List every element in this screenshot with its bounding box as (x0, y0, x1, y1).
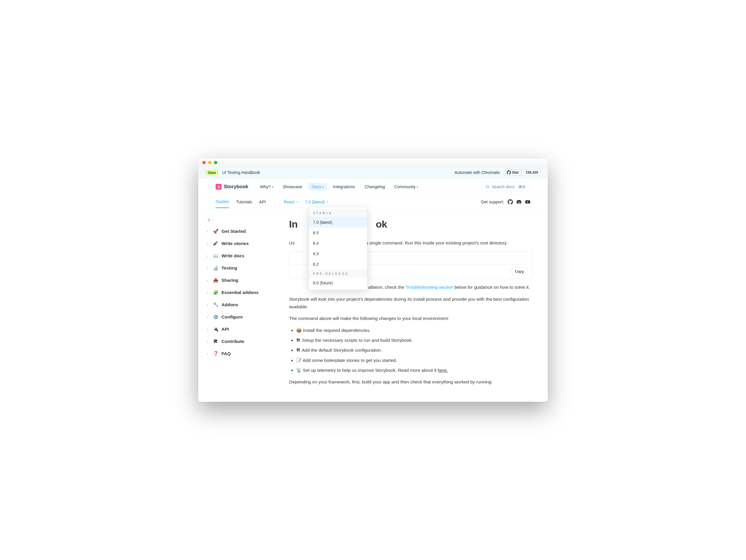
sidebar-item[interactable]: ›🚀Get Started (204, 225, 286, 237)
new-badge: New (205, 170, 219, 175)
sidebar-collapse-toggle[interactable] (205, 216, 213, 224)
expand-collapse-icon (207, 218, 211, 222)
sidebar-item-label: Addons (222, 302, 238, 307)
github-star-label: Star (512, 171, 519, 175)
storybook-logo-icon: S (216, 184, 222, 190)
github-icon[interactable] (508, 199, 513, 205)
version-selector[interactable]: 7.0 (latest)▾ (305, 200, 328, 204)
chromatic-link[interactable]: Automate with Chromatic (455, 170, 500, 175)
version-option[interactable]: 8.0 (future) (309, 278, 367, 288)
sidebar-item-icon: 🚀 (213, 229, 219, 234)
app-window: New UI Testing Handbook Automate with Ch… (198, 158, 548, 402)
list-item: 📦 Install the required dependencies. (296, 327, 533, 334)
close-window-button[interactable] (202, 161, 206, 164)
sidebar-item[interactable]: ›🖋Write stories (204, 237, 286, 250)
window-controls (202, 161, 218, 164)
sidebar-item-icon: ❓ (213, 351, 219, 356)
nav-community[interactable]: Community▾ (391, 183, 422, 191)
sidebar-item-label: Contribute (222, 339, 244, 344)
sidebar-item[interactable]: ›🔧Addons (204, 299, 286, 311)
sidebar-item-label: Write stories (222, 241, 249, 246)
announcement-banner: New UI Testing Handbook Automate with Ch… (198, 167, 548, 178)
sidebar-item[interactable]: ›⚙️Configure (204, 311, 286, 323)
tab-tutorials[interactable]: Tutorials (236, 196, 252, 208)
search-input[interactable]: Search docs ⌘ K (482, 182, 530, 191)
paragraph: Depending on your framework, first, buil… (289, 378, 533, 386)
sub-navigation: Guides Tutorials API React▾ 7.0 (latest)… (198, 196, 548, 208)
sidebar-item-icon: ⚙️ (213, 314, 219, 320)
version-dropdown: STABLE 7.0 (latest) 6.5 6.4 6.3 6.2 PRE-… (309, 207, 367, 290)
search-icon (486, 185, 490, 189)
chevron-down-icon: ▾ (296, 200, 298, 203)
framework-selector[interactable]: React▾ (284, 200, 298, 204)
tab-api[interactable]: API (259, 196, 266, 208)
minimize-window-button[interactable] (208, 161, 211, 164)
chevron-right-icon: › (207, 340, 210, 343)
sidebar-item[interactable]: ›❓FAQ (204, 348, 286, 360)
svg-point-0 (486, 185, 488, 188)
nav-changelog[interactable]: Changelog (361, 183, 389, 191)
sidebar-item[interactable]: ›🔌API (204, 323, 286, 335)
list-item: 📝 Add some boilerplate stories to get yo… (296, 357, 533, 364)
top-navigation: S Storybook Why?▾ Showcase Docs▾ Integra… (198, 178, 548, 196)
sidebar-item[interactable]: ›🔬Testing (204, 262, 286, 274)
sidebar-item-label: Testing (222, 265, 237, 271)
sidebar-item-label: Get Started (222, 229, 246, 234)
banner-title[interactable]: UI Testing Handbook (222, 170, 260, 175)
chevron-down-icon: ▾ (417, 185, 418, 188)
chevron-down-icon: ▾ (322, 185, 324, 188)
nav-showcase[interactable]: Showcase (279, 183, 306, 191)
chevron-right-icon: › (207, 352, 210, 355)
nav-docs[interactable]: Docs▾ (308, 183, 327, 191)
tab-guides[interactable]: Guides (216, 196, 229, 208)
sidebar-item-icon: 🔧 (213, 302, 219, 307)
sidebar-item[interactable]: ›📤Sharing (204, 274, 286, 287)
version-option[interactable]: 7.0 (latest) (309, 217, 367, 228)
version-option[interactable]: 6.2 (309, 259, 367, 269)
troubleshooting-link[interactable]: Troubleshooting section (405, 285, 453, 290)
svg-line-1 (488, 187, 489, 188)
chevron-right-icon: › (207, 266, 210, 270)
maximize-window-button[interactable] (214, 161, 218, 164)
discord-icon[interactable] (516, 199, 522, 205)
bullet-icon: 🛠 (296, 338, 301, 343)
chevron-right-icon: › (207, 327, 210, 331)
sidebar-item[interactable]: ›📖Write docs (204, 250, 286, 262)
sidebar-item-label: Essential addons (222, 290, 258, 295)
chevron-right-icon: › (207, 254, 210, 258)
search-placeholder: Search docs (492, 184, 515, 189)
sidebar-item-icon: 📖 (213, 253, 219, 259)
list-item: 🛠 Setup the necessary scripts to run and… (296, 336, 533, 344)
chevron-right-icon: › (207, 230, 210, 233)
version-option[interactable]: 6.4 (309, 238, 367, 248)
sidebar-item-icon: 🔌 (213, 327, 219, 332)
sidebar-item-icon: 🛠 (213, 339, 219, 344)
youtube-icon[interactable] (525, 199, 530, 205)
nav-integrations[interactable]: Integrations (329, 183, 359, 191)
bullet-icon: 🛠 (296, 348, 301, 353)
chevron-right-icon: › (207, 303, 210, 306)
version-option[interactable]: 6.3 (309, 248, 367, 259)
list-item: 📡 Set up telemetry to help us improve St… (296, 366, 533, 374)
brand-logo-link[interactable]: S Storybook (216, 184, 248, 190)
dropdown-heading-stable: STABLE (309, 209, 367, 217)
changes-list: 📦 Install the required dependencies.🛠 Se… (296, 327, 533, 375)
sidebar-item-icon: 🔬 (213, 265, 219, 271)
paragraph: Storybook will look into your project's … (289, 295, 533, 311)
sidebar-item[interactable]: ›🧩Essential addons (204, 287, 286, 299)
bullet-icon: 📦 (296, 328, 302, 333)
sidebar-item[interactable]: ›🛠Contribute (204, 335, 286, 348)
here-link[interactable]: here. (438, 368, 448, 373)
github-star-widget[interactable]: Star 156,420 (504, 169, 541, 176)
chevron-right-icon: › (207, 278, 210, 282)
search-kbd-hint: ⌘ K (517, 185, 526, 189)
copy-button[interactable]: Copy (511, 268, 528, 275)
version-option[interactable]: 6.5 (309, 228, 367, 238)
sidebar-item-label: FAQ (222, 351, 231, 356)
bullet-icon: 📝 (296, 358, 302, 363)
nav-why[interactable]: Why?▾ (256, 183, 277, 191)
chevron-right-icon: › (207, 291, 210, 294)
github-star-count: 156,420 (523, 170, 541, 175)
divider (275, 199, 275, 205)
list-item: 🛠 Add the default Storybook configuratio… (296, 347, 533, 354)
